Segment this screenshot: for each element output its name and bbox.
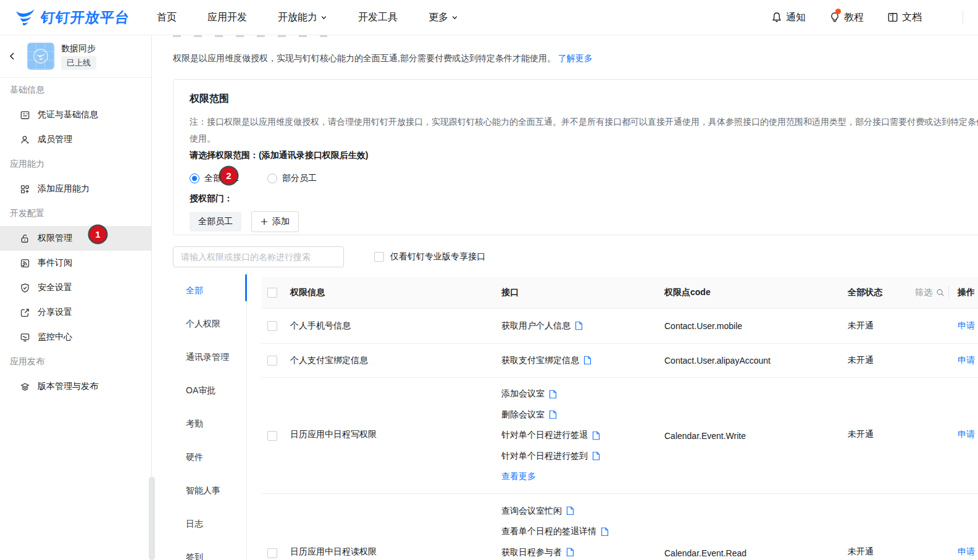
app-name: 数据同步 xyxy=(61,43,96,54)
search-input[interactable] xyxy=(173,246,344,267)
sidebar-item-permission-management[interactable]: 权限管理 xyxy=(0,226,151,251)
radio-partial-employees[interactable] xyxy=(267,173,277,183)
status-badge: 未开通 xyxy=(848,320,874,332)
category-tabs: 全部 个人权限 通讯录管理 OA审批 考勤 硬件 智能人事 日志 签到 xyxy=(186,274,246,560)
shield-check-icon xyxy=(20,283,30,293)
table-header-row: 权限信息 接口 权限点code 全部状态 筛选 操作 xyxy=(262,277,978,308)
nav-open-capability[interactable]: 开放能力 xyxy=(278,11,327,24)
sidebar-menu: 基础信息 凭证与基础信息 成员管理 应用能力 添加应用能力 开发配置 权限管理 … xyxy=(0,78,151,399)
col-permission-code: 权限点code xyxy=(664,287,711,298)
col-action: 操作 xyxy=(958,287,975,298)
col-api: 接口 xyxy=(501,287,519,298)
tab-oa-approval[interactable]: OA审批 xyxy=(186,374,246,407)
header-actions: 通知 教程 文档 xyxy=(771,10,963,24)
notification-dot xyxy=(835,9,841,14)
permission-scope-panel: 权限范围 注：接口权限是以应用维度做授权，请合理使用钉钉开放接口，实现跟钉钉核心… xyxy=(173,79,978,235)
share-icon xyxy=(20,307,30,318)
apply-link[interactable]: 申请 xyxy=(958,320,975,332)
event-subscription-icon xyxy=(20,258,30,269)
tabs-divider xyxy=(246,274,247,560)
sidebar: 数据同步 已上线 基础信息 凭证与基础信息 成员管理 应用能力 添加应用能力 开… xyxy=(0,35,152,560)
monitor-icon xyxy=(20,332,30,343)
active-tab-indicator xyxy=(245,274,247,301)
apply-link[interactable]: 申请 xyxy=(958,429,975,440)
tab-attendance[interactable]: 考勤 xyxy=(186,407,246,441)
row-checkbox[interactable] xyxy=(267,548,277,558)
learn-more-link[interactable]: 了解更多 xyxy=(558,53,593,63)
filter-button[interactable]: 筛选 xyxy=(915,287,945,298)
plus-icon xyxy=(261,218,268,225)
radio-partial-employees-label[interactable]: 部分员工 xyxy=(282,173,317,184)
sidebar-item-version-management[interactable]: 版本管理与发布 xyxy=(0,374,151,399)
scope-note-line2: 使用。 xyxy=(190,130,978,147)
credential-icon xyxy=(20,110,30,120)
chevron-left-icon xyxy=(8,52,17,61)
select-all-checkbox[interactable] xyxy=(267,288,277,298)
pro-only-checkbox[interactable] xyxy=(374,252,384,262)
book-icon xyxy=(887,12,898,23)
api-entry: 删除会议室 xyxy=(501,404,600,425)
doc-link-icon[interactable] xyxy=(583,356,591,366)
tab-log[interactable]: 日志 xyxy=(186,508,246,541)
row-checkbox[interactable] xyxy=(267,356,277,366)
sidebar-item-event-subscription[interactable]: 事件订阅 xyxy=(0,251,151,275)
permission-table: 权限信息 接口 权限点code 全部状态 筛选 操作 个人手机号信息 获取用户个… xyxy=(262,277,978,560)
scrollbar-thumb[interactable] xyxy=(149,477,155,560)
doc-link-icon[interactable] xyxy=(566,548,574,557)
apply-link[interactable]: 申请 xyxy=(958,546,975,558)
sidebar-item-members[interactable]: 成员管理 xyxy=(0,127,151,152)
header-divider xyxy=(963,10,963,24)
notifications-button[interactable]: 通知 xyxy=(771,11,806,24)
panel-title: 权限范围 xyxy=(190,93,978,106)
permission-name: 日历应用中日程写权限 xyxy=(290,429,377,440)
sidebar-item-monitor-center[interactable]: 监控中心 xyxy=(0,325,151,349)
authorized-dept-label: 授权部门： xyxy=(190,191,978,206)
nav-more[interactable]: 更多 xyxy=(428,11,458,24)
app-status-badge: 已上线 xyxy=(61,56,96,70)
pro-only-checkbox-label[interactable]: 仅看钉钉专业版专享接口 xyxy=(390,251,485,262)
tab-hardware[interactable]: 硬件 xyxy=(186,441,246,474)
nav-dev-tools[interactable]: 开发工具 xyxy=(358,11,398,24)
sidebar-group-app-capability: 应用能力 xyxy=(0,152,151,177)
doc-link-icon[interactable] xyxy=(601,527,609,537)
sidebar-group-dev-config: 开发配置 xyxy=(0,201,151,226)
sidebar-item-add-capability[interactable]: 添加应用能力 xyxy=(0,177,151,201)
tab-personal[interactable]: 个人权限 xyxy=(186,307,246,341)
doc-link-icon[interactable] xyxy=(566,506,574,516)
doc-link-icon[interactable] xyxy=(549,411,557,420)
row-checkbox[interactable] xyxy=(267,431,277,441)
tab-contacts[interactable]: 通讯录管理 xyxy=(186,341,246,374)
dingtalk-wing-icon xyxy=(15,7,36,28)
tutorial-button[interactable]: 教程 xyxy=(829,11,864,24)
api-entry: 获取支付宝绑定信息 xyxy=(501,350,591,371)
permission-code: Calendar.Event.Read xyxy=(664,548,746,558)
radio-all-employees[interactable] xyxy=(190,173,199,183)
docs-button[interactable]: 文档 xyxy=(887,11,922,24)
sidebar-item-credentials[interactable]: 凭证与基础信息 xyxy=(0,102,151,127)
brand-logo[interactable]: 钉钉开放平台 xyxy=(15,7,130,28)
doc-link-icon[interactable] xyxy=(575,322,583,331)
tab-all[interactable]: 全部 xyxy=(186,274,246,307)
page-description-text: 权限是以应用维度做授权，实现与钉钉核心能力的全面互通,部分需要付费或达到特定条件… xyxy=(173,53,556,63)
show-more-link[interactable]: 查看更多 xyxy=(501,467,600,488)
doc-link-icon[interactable] xyxy=(592,431,600,440)
doc-link-icon[interactable] xyxy=(592,452,600,461)
back-button[interactable] xyxy=(5,49,20,64)
clipped-scrolled-row xyxy=(173,35,327,37)
scope-note-line1: 注：接口权限是以应用维度做授权，请合理使用钉钉开放接口，实现跟钉钉核心能力的全面… xyxy=(190,114,978,130)
row-checkbox[interactable] xyxy=(267,321,277,331)
nav-app-dev[interactable]: 应用开发 xyxy=(207,11,247,24)
members-icon xyxy=(20,135,30,145)
tab-smart-hr[interactable]: 智能人事 xyxy=(186,474,246,508)
sidebar-item-security-settings[interactable]: 安全设置 xyxy=(0,275,151,300)
status-badge: 未开通 xyxy=(848,546,874,558)
doc-link-icon[interactable] xyxy=(549,390,557,399)
tab-checkin[interactable]: 签到 xyxy=(186,541,246,560)
col-permission-info: 权限信息 xyxy=(290,287,325,298)
nav-home[interactable]: 首页 xyxy=(157,11,177,24)
add-dept-button[interactable]: 添加 xyxy=(251,211,299,232)
dept-tag-all-employees: 全部员工 xyxy=(190,212,241,232)
apply-link[interactable]: 申请 xyxy=(958,355,975,366)
sidebar-item-share-settings[interactable]: 分享设置 xyxy=(0,300,151,325)
api-list: 添加会议室 删除会议室 针对单个日程进行签退 针对单个日程进行签到 查看更多 xyxy=(501,384,600,488)
